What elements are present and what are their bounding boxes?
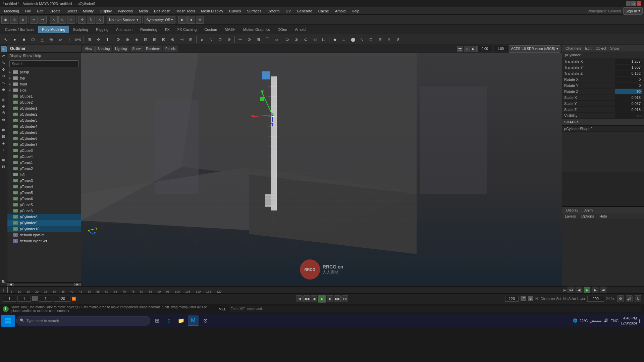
- menu-curves[interactable]: Curves: [226, 8, 244, 14]
- channel-scale-y[interactable]: Scale Y: [562, 101, 644, 107]
- viewport-canvas[interactable]: Y Z RRCG RRCG.cn 人人素材: [81, 53, 562, 286]
- outliner-item-pCube1[interactable]: ▶ ◇ pCube1: [7, 93, 81, 99]
- outliner-item-side[interactable]: ▶ □ side: [7, 87, 81, 93]
- scale-tool-btn[interactable]: ⤡: [96, 16, 104, 24]
- shelf-move-icon[interactable]: ✛: [94, 35, 103, 44]
- tl-skip-start-btn[interactable]: ⏮: [568, 287, 574, 293]
- shelf-combine-icon[interactable]: ⊞: [150, 35, 159, 44]
- frame-lock-btn[interactable]: □: [32, 296, 38, 301]
- move-tool-btn[interactable]: ✛: [78, 16, 86, 24]
- transport-skip-start[interactable]: ⏮: [296, 295, 303, 302]
- soft-select-tool[interactable]: ◎: [1, 97, 7, 103]
- outliner-display-menu[interactable]: Display: [9, 54, 21, 58]
- menu-help[interactable]: Help: [349, 8, 362, 14]
- tab-poly-modeling[interactable]: Poly Modeling: [38, 26, 69, 33]
- rb-tab-anim[interactable]: Anim: [582, 207, 595, 213]
- outliner-item-defaultObjectSet[interactable]: ▶ ○ defaultObjectSet: [7, 238, 81, 244]
- outliner-item-pCylinder6[interactable]: ▶ ◇ pCylinder6: [7, 135, 81, 141]
- object-menu[interactable]: Object: [594, 46, 607, 51]
- minimize-button[interactable]: ─: [626, 1, 631, 6]
- vp-value-field2[interactable]: [493, 46, 508, 52]
- scroll-left-btn[interactable]: ◀: [7, 283, 14, 286]
- shelf-quad-icon[interactable]: ⊞: [186, 35, 195, 44]
- shelf-merge-icon[interactable]: ⊕: [168, 35, 177, 44]
- channel-translate-z[interactable]: Translate Z: [562, 70, 644, 76]
- playback-end-input1[interactable]: [505, 296, 519, 302]
- shelf-bool-inter-icon[interactable]: ⊂: [301, 35, 310, 44]
- shelf-x1-icon[interactable]: ✗: [394, 35, 402, 44]
- transport-prev-frame[interactable]: ◀◀: [303, 295, 310, 302]
- outliner-item-pCylinder7[interactable]: ▶ ◇ pCylinder7: [7, 141, 81, 147]
- outliner-item-pCube4[interactable]: ▶ ◇ pCube4: [7, 154, 81, 160]
- channel-rotate-x[interactable]: Rotate X: [562, 76, 644, 82]
- taskbar-explorer-icon[interactable]: 📁: [176, 315, 186, 326]
- tab-motion-graphics[interactable]: Motion Graphics: [239, 26, 274, 33]
- frame-start-input[interactable]: [3, 296, 16, 302]
- start-button[interactable]: [1, 315, 15, 327]
- vp-show-menu[interactable]: Show: [130, 46, 143, 52]
- rbs-tab-options[interactable]: Options: [579, 214, 597, 219]
- vp-value-field1[interactable]: [477, 46, 492, 52]
- taskbar-app2-icon[interactable]: ⊙: [200, 315, 211, 326]
- shelf-normal-icon[interactable]: ⊥: [339, 35, 348, 44]
- timeline-playhead[interactable]: [7, 287, 8, 293]
- history-tool[interactable]: ⏱: [1, 110, 7, 116]
- uv-tool[interactable]: ⊡: [1, 133, 7, 139]
- tab-custom[interactable]: Custom: [201, 26, 221, 33]
- shelf-lattice-icon[interactable]: ⊞: [254, 35, 263, 44]
- scale-tool[interactable]: ⤡: [1, 80, 7, 86]
- channel-scale-z[interactable]: Scale Z: [562, 107, 644, 113]
- channel-value-input[interactable]: [615, 83, 642, 88]
- tl-next-btn[interactable]: ▶: [592, 287, 598, 293]
- color-profile-dropdown[interactable]: ACES 1.0 SDR-video (sRGB) ▾: [509, 45, 560, 53]
- outliner-item-pTorus2[interactable]: ▶ ◇ pTorus2: [7, 166, 81, 172]
- shelf-ring-icon[interactable]: ⊕: [123, 35, 132, 44]
- select-tool[interactable]: ↖: [1, 46, 7, 52]
- shelf-smooth-icon[interactable]: ⌀: [198, 35, 206, 44]
- outliner-item-top[interactable]: ▶ □ top: [7, 75, 81, 81]
- outliner-item-pCylinder8[interactable]: ▶ ◇ pCylinder8: [7, 214, 81, 220]
- select-tool-btn[interactable]: ↖: [50, 16, 58, 24]
- tab-rigging[interactable]: Rigging: [92, 26, 112, 33]
- transport-prev[interactable]: ◀: [311, 295, 317, 302]
- shelf-transform-icon[interactable]: ⊞: [376, 35, 384, 44]
- outliner-item-pCube5[interactable]: ▶ ◇ pCube5: [7, 202, 81, 208]
- channel-value-input[interactable]: [615, 107, 642, 112]
- sign-in-dropdown[interactable]: Sign In ▾: [623, 7, 643, 15]
- shelf-bend-icon[interactable]: ⌒: [263, 35, 272, 44]
- outliner-item-pTorus5[interactable]: ▶ ◇ pTorus5: [7, 190, 81, 196]
- record-btn[interactable]: ●: [196, 16, 204, 24]
- redo-btn[interactable]: ↪: [39, 16, 47, 24]
- channel-value-input[interactable]: [615, 101, 642, 106]
- close-button[interactable]: ✕: [637, 1, 641, 6]
- undo-btn[interactable]: ↩: [30, 16, 38, 24]
- shelf-text-icon[interactable]: T: [65, 35, 73, 44]
- node-editor-tool[interactable]: ⊞: [1, 127, 7, 133]
- shelf-crease2-icon[interactable]: ∿: [358, 35, 366, 44]
- play-btn[interactable]: ▶: [178, 16, 186, 24]
- outliner-item-persp[interactable]: ▶ □ persp: [7, 69, 81, 75]
- taskbar-edge-icon[interactable]: e: [164, 315, 174, 326]
- outliner-item-pCylinder3[interactable]: ▶ ◇ pCylinder3: [7, 117, 81, 123]
- menu-mesh-display[interactable]: Mesh Display: [198, 8, 226, 14]
- shelf-twist-icon[interactable]: ⌀: [272, 35, 281, 44]
- channel-rotate-z[interactable]: Rotate Z: [562, 88, 644, 95]
- vp-grid-btn[interactable]: ⊞: [464, 46, 470, 52]
- shelf-mirror-icon[interactable]: ⊣: [177, 35, 186, 44]
- sys-tray-lang[interactable]: ENG: [610, 319, 619, 323]
- menu-mesh[interactable]: Mesh: [136, 8, 151, 14]
- channel-value-input[interactable]: [615, 95, 642, 100]
- menu-modify[interactable]: Modify: [80, 8, 96, 14]
- channel-value-input[interactable]: [615, 71, 642, 76]
- shelf-cleanup-icon[interactable]: ☐: [319, 35, 328, 44]
- tab-arnold[interactable]: Arnold: [291, 26, 309, 33]
- shelf-cube-icon[interactable]: ■: [19, 35, 28, 44]
- paint-tool[interactable]: ✎: [1, 60, 7, 66]
- taskbar-search-box[interactable]: 🔍 Type here to search: [16, 316, 150, 325]
- rbs-tab-layers[interactable]: Layers: [562, 214, 579, 219]
- tab-animation[interactable]: Animation: [112, 26, 136, 33]
- shelf-cylinder-icon[interactable]: ⬡: [29, 35, 37, 44]
- mel-input[interactable]: [229, 306, 641, 312]
- channels-menu[interactable]: Channels: [564, 46, 582, 51]
- show-desktop-btn[interactable]: |: [639, 319, 640, 323]
